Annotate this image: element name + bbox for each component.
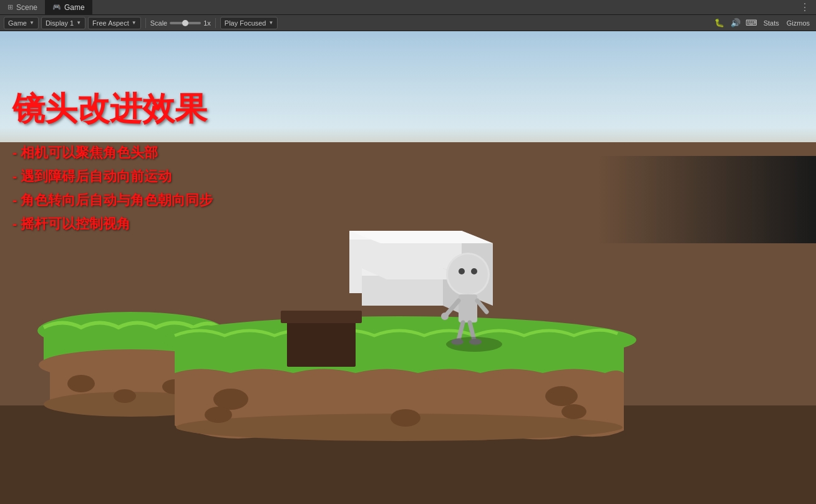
svg-point-29	[448, 254, 488, 294]
game-toolbar: Game ▼ Display 1 ▼ Free Aspect ▼ Scale 1…	[0, 15, 816, 31]
svg-point-39	[471, 268, 477, 274]
audio-icon-button[interactable]: 🔊	[729, 17, 742, 29]
more-tabs-button[interactable]: ⋮	[794, 0, 816, 14]
bullet-item-2: - 遇到障碍后自动向前运动	[12, 167, 213, 186]
scene-tab-icon: ⊞	[7, 3, 13, 11]
bullet-item-4: - 摇杆可以控制视角	[12, 215, 213, 233]
toolbar-right: 🐛 🔊 ⌨ Stats Gizmos	[712, 17, 812, 29]
gizmos-button[interactable]: Gizmos	[784, 18, 812, 28]
play-focused-arrow: ▼	[269, 20, 274, 26]
svg-point-16	[561, 404, 586, 419]
bullet-list: - 相机可以聚焦角色头部 - 遇到障碍后自动向前运动 - 角色转向后自动与角色朝…	[12, 143, 213, 233]
overlay-text: 镜头改进效果 - 相机可以聚焦角色头部 - 遇到障碍后自动向前运动 - 角色转向…	[12, 87, 213, 238]
game-tab-icon: 🎮	[52, 3, 61, 11]
game-dropdown-arrow: ▼	[29, 20, 34, 26]
aspect-dropdown[interactable]: Free Aspect ▼	[88, 17, 141, 29]
scale-slider[interactable]	[170, 22, 201, 24]
bug-icon-button[interactable]: 🐛	[712, 17, 726, 29]
scene-tab-label: Scene	[16, 3, 37, 12]
svg-point-13	[213, 389, 248, 410]
tab-game[interactable]: 🎮 Game	[45, 0, 92, 14]
display-dropdown-label: Display 1	[46, 19, 74, 27]
tab-bar: ⊞ Scene 🎮 Game ⋮	[0, 0, 816, 15]
svg-point-17	[391, 409, 420, 427]
svg-rect-18	[287, 317, 356, 367]
game-dropdown[interactable]: Game ▼	[4, 17, 39, 29]
svg-point-14	[205, 407, 232, 423]
svg-point-38	[459, 268, 465, 274]
aspect-dropdown-label: Free Aspect	[92, 19, 129, 27]
separator-1	[145, 18, 146, 28]
svg-point-9	[114, 389, 136, 403]
bullet-item-1: - 相机可以聚焦角色头部	[12, 143, 213, 162]
display-dropdown-arrow: ▼	[76, 20, 81, 26]
svg-rect-19	[281, 311, 362, 323]
tab-scene[interactable]: ⊞ Scene	[0, 0, 45, 14]
svg-point-15	[545, 386, 578, 406]
play-focused-dropdown[interactable]: Play Focused ▼	[220, 17, 278, 29]
game-viewport: 镜头改进效果 - 相机可以聚焦角色头部 - 遇到障碍后自动向前运动 - 角色转向…	[0, 31, 816, 504]
display-dropdown[interactable]: Display 1 ▼	[41, 17, 85, 29]
game-dropdown-label: Game	[8, 19, 27, 27]
keyboard-icon-button[interactable]: ⌨	[745, 17, 759, 29]
svg-point-32	[441, 313, 449, 320]
scale-control: Scale 1x	[150, 19, 211, 27]
svg-rect-30	[459, 294, 477, 322]
svg-point-40	[446, 337, 502, 352]
aspect-dropdown-arrow: ▼	[132, 20, 137, 26]
stats-button[interactable]: Stats	[761, 18, 782, 28]
play-focused-label: Play Focused	[225, 19, 266, 27]
separator-2	[215, 18, 216, 28]
svg-point-7	[67, 375, 95, 392]
scale-label: Scale	[150, 19, 168, 27]
bullet-item-3: - 角色转向后自动与角色朝向同步	[12, 191, 213, 210]
game-tab-label: Game	[64, 3, 85, 12]
overlay-title: 镜头改进效果	[12, 87, 213, 131]
scale-value: 1x	[203, 19, 211, 27]
